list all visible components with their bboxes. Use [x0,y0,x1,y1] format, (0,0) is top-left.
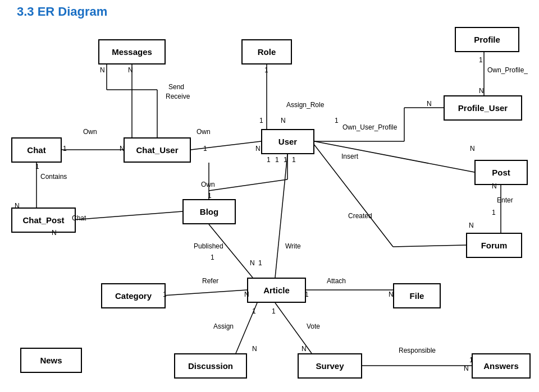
news-box: News [20,348,82,373]
label-pu-n: N [427,100,432,108]
label-attach-1: 1 [305,290,309,298]
svg-line-19 [275,154,287,278]
label-surv-n: N [302,345,307,353]
role-box: Role [241,39,292,64]
label-resp-1: 1 [469,356,473,364]
label-attach: Attach [327,277,346,285]
label-oup-1: 1 [335,117,339,124]
label-user-1a: 1 [259,117,263,124]
label-write-1: 1 [258,259,262,267]
label-profile-1: 1 [479,56,483,64]
label-attach-n: N [389,290,394,298]
label-send: Send [168,83,184,91]
label-vote: Vote [307,322,320,330]
label-own-chat: Own [83,128,97,136]
survey-box: Survey [298,353,362,379]
label-resp-n: N [464,365,469,372]
label-assign-role: Assign_Role [286,101,324,109]
label-profile-n: N [479,87,484,95]
label-refer-1: 1 [163,290,167,298]
label-u-b3: 1 [284,156,287,164]
label-role-1: 1 [264,66,268,74]
svg-line-22 [163,290,247,296]
label-cu-1: 1 [203,145,207,153]
label-msg-n2: N [128,66,133,74]
label-own-cu: Own [197,128,211,136]
label-blog-own: Own [201,181,215,188]
label-disc-n: N [252,345,257,353]
label-blog-1: 1 [208,192,212,200]
label-refer: Refer [202,277,218,285]
svg-line-11 [314,141,474,172]
label-refer-n: N [244,290,249,298]
svg-line-18 [209,224,253,278]
label-chat-n: N [120,145,125,153]
label-pub-1: 1 [211,253,214,261]
label-contains-1: 1 [35,163,39,170]
label-published: Published [194,242,223,250]
label-cp-n: N [52,229,57,237]
label-post-n2: N [492,182,497,190]
chat-box: Chat [11,137,62,163]
svg-line-10 [191,141,261,150]
er-diagram: 3.3 ER Diagram [0,0,539,392]
label-u-b1: 1 [267,156,271,164]
user-box: User [261,129,314,154]
label-responsible: Responsible [399,347,436,354]
label-write-n: N [250,259,255,267]
profile-user-box: Profile_User [444,95,522,121]
label-created: Created [348,212,372,220]
label-oup: Own_User_Profile [342,123,397,131]
label-forum-n: N [469,222,474,229]
article-box: Article [247,278,306,303]
label-u-b4: 1 [292,156,296,164]
label-contains-n: N [15,202,20,210]
label-assign: Assign [213,322,234,330]
discussion-box: Discussion [174,353,247,379]
label-contains: Contains [40,173,67,181]
label-art-b2: 1 [272,307,276,315]
svg-line-14 [73,211,182,220]
category-box: Category [101,283,166,308]
profile-box: Profile [455,27,519,52]
file-box: File [393,283,441,308]
label-write: Write [285,242,301,250]
label-enter: Enter [497,196,513,204]
post-box: Post [474,160,528,185]
svg-line-17 [209,179,287,191]
messages-box: Messages [98,39,166,64]
blog-box: Blog [182,199,236,224]
label-enter-1: 1 [492,209,496,216]
label-own-profile: Own_Profile_ [487,66,528,74]
label-receive: Receive [166,93,190,100]
label-cu-n: N [255,145,261,153]
label-u-b2: 1 [275,156,279,164]
chat-user-box: Chat_User [124,137,191,163]
forum-box: Forum [466,233,522,258]
svg-line-21 [393,245,466,247]
label-cp-chat: Chat [72,214,86,222]
label-insert: Insert [341,153,358,160]
label-msg-n1: N [100,66,105,74]
label-post-n: N [470,145,475,153]
label-chat-1: 1 [63,145,67,153]
chat-post-box: Chat_Post [11,207,76,233]
label-art-b1: 1 [252,307,256,315]
answers-box: Answers [472,353,531,379]
label-user-n: N [281,117,286,124]
